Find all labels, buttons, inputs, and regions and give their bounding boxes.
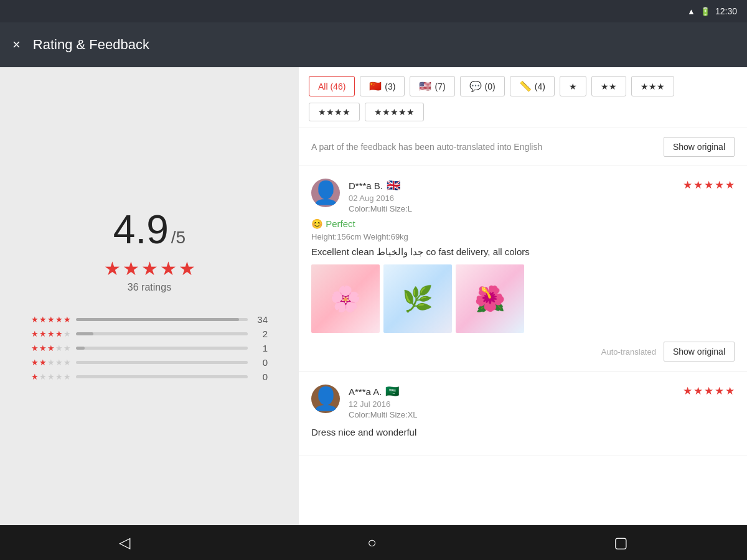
show-original-button-top[interactable]: Show original (664, 137, 735, 157)
review-variant: Color:Multi Size:XL (349, 410, 674, 419)
rating-value: 4.9 (113, 207, 169, 253)
bottom-nav: ◁ ○ ▢ (0, 525, 747, 560)
bar-row-5: ★ ★ ★ ★ ★ 34 (31, 314, 268, 325)
rating-denom: /5 (171, 228, 186, 248)
review-item: 👤 A***a A. 🇸🇦 12 Jul 2016 Color:Multi Si… (299, 372, 747, 455)
status-time: 12:30 (715, 6, 737, 16)
battery-icon: 🔋 (700, 7, 710, 16)
reviews-panel: All (46) 🇨🇳 (3) 🇺🇸 (7) 💬 (0) 📏 (4) ★ ★★ … (299, 67, 747, 525)
filter-star1[interactable]: ★ (560, 76, 586, 96)
review-stars: ★ ★ ★ ★ ★ (683, 179, 735, 192)
bar-row-4: ★ ★ ★ ★ ★ 2 (31, 329, 268, 339)
review-text: Dress nice and wonderful (311, 426, 735, 439)
reviews-list: 👤 D***a B. 🇬🇧 02 Aug 2016 Color:Multi Si… (299, 166, 747, 525)
review-text: Excellent clean جدا والخياط co fast deli… (311, 245, 735, 258)
review-date: 02 Aug 2016 (349, 194, 674, 203)
rating-summary-panel: 4.9 /5 ★ ★ ★ ★ ★ 36 ratings ★ ★ ★ ★ ★ 34 (0, 67, 299, 525)
avatar: 👤 (311, 385, 340, 413)
back-button[interactable]: ◁ (119, 534, 130, 551)
recent-button[interactable]: ▢ (614, 534, 628, 551)
review-photos: 🌸 🌿 🌺 (311, 264, 735, 333)
review-photo[interactable]: 🌸 (311, 264, 380, 333)
rating-bars: ★ ★ ★ ★ ★ 34 ★ ★ ★ ★ ★ 2 (31, 310, 268, 386)
reviewer-name: D***a B. 🇬🇧 (349, 179, 674, 192)
reviewer-flag: 🇬🇧 (387, 179, 400, 192)
review-meta: A***a A. 🇸🇦 12 Jul 2016 Color:Multi Size… (349, 385, 674, 419)
translation-notice: A part of the feedback has been auto-tra… (299, 128, 747, 166)
auto-translated-row: Auto-translated Show original (311, 339, 735, 362)
avatar: 👤 (311, 179, 340, 207)
reviewer-flag: 🇸🇦 (385, 385, 399, 398)
filter-star5[interactable]: ★★★★★ (365, 103, 424, 121)
filter-us[interactable]: 🇺🇸 (7) (410, 76, 454, 96)
wifi-icon: ▲ (687, 7, 695, 16)
filter-row-2: ★★★★ ★★★★★ (309, 103, 737, 121)
review-sentiment: 😊 Perfect (311, 218, 735, 230)
bar-row-3: ★ ★ ★ ★ ★ 1 (31, 343, 268, 353)
review-header: 👤 A***a A. 🇸🇦 12 Jul 2016 Color:Multi Si… (311, 385, 735, 419)
bar-row-1: ★ ★ ★ ★ ★ 0 (31, 371, 268, 382)
filter-ruler[interactable]: 📏 (4) (510, 76, 555, 96)
review-photo[interactable]: 🌿 (383, 264, 452, 333)
translation-text: A part of the feedback has been auto-tra… (311, 142, 542, 152)
close-button[interactable]: × (12, 37, 21, 53)
filter-tabs: All (46) 🇨🇳 (3) 🇺🇸 (7) 💬 (0) 📏 (4) ★ ★★ … (299, 67, 747, 128)
filter-chat[interactable]: 💬 (0) (460, 76, 505, 96)
auto-translated-label: Auto-translated (601, 347, 656, 357)
review-date: 12 Jul 2016 (349, 399, 674, 409)
app-header: × Rating & Feedback (0, 22, 747, 67)
review-meta: D***a B. 🇬🇧 02 Aug 2016 Color:Multi Size… (349, 179, 674, 213)
filter-star4[interactable]: ★★★★ (309, 103, 360, 121)
filter-star2[interactable]: ★★ (591, 76, 626, 96)
review-photo[interactable]: 🌺 (456, 264, 524, 333)
show-original-button-review1[interactable]: Show original (664, 342, 735, 362)
review-stars: ★ ★ ★ ★ ★ (683, 385, 735, 398)
bar-row-2: ★ ★ ★ ★ ★ 0 (31, 357, 268, 368)
page-title: Rating & Feedback (33, 37, 149, 53)
home-button[interactable]: ○ (367, 534, 377, 551)
main-layout: 4.9 /5 ★ ★ ★ ★ ★ 36 ratings ★ ★ ★ ★ ★ 34 (0, 67, 747, 525)
review-body-detail: Height:156cm Weight:69kg (311, 232, 735, 241)
filter-cn[interactable]: 🇨🇳 (3) (360, 76, 405, 96)
review-item: 👤 D***a B. 🇬🇧 02 Aug 2016 Color:Multi Si… (299, 166, 747, 372)
ratings-count: 36 ratings (128, 282, 171, 293)
review-header: 👤 D***a B. 🇬🇧 02 Aug 2016 Color:Multi Si… (311, 179, 735, 213)
filter-row-1: All (46) 🇨🇳 (3) 🇺🇸 (7) 💬 (0) 📏 (4) ★ ★★ … (309, 76, 737, 96)
reviewer-name: A***a A. 🇸🇦 (349, 385, 674, 398)
rating-score: 4.9 /5 (113, 207, 186, 253)
rating-stars: ★ ★ ★ ★ ★ (104, 258, 195, 279)
review-variant: Color:Multi Size:L (349, 204, 674, 213)
filter-star3[interactable]: ★★★ (631, 76, 674, 96)
status-bar: ▲ 🔋 12:30 (0, 0, 747, 22)
filter-all[interactable]: All (46) (309, 76, 355, 96)
